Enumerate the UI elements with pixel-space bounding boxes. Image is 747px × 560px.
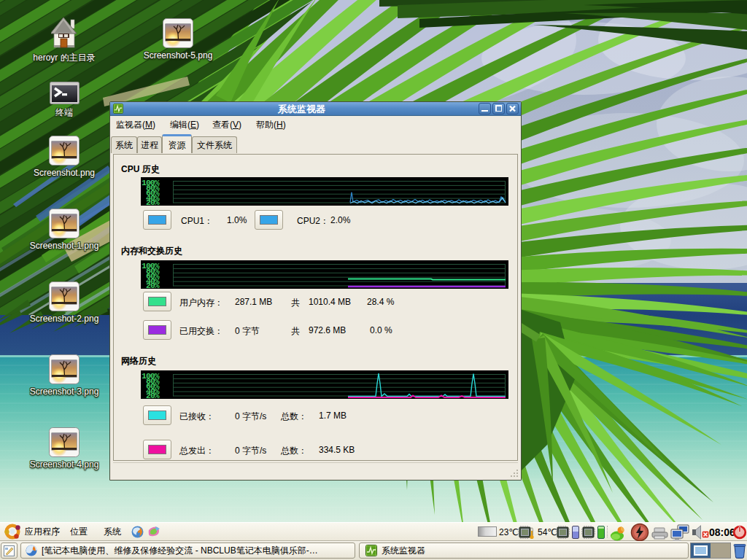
svg-text:20%: 20% [146, 281, 160, 289]
svg-text:20%: 20% [146, 198, 160, 206]
svg-text:20%: 20% [146, 391, 160, 399]
